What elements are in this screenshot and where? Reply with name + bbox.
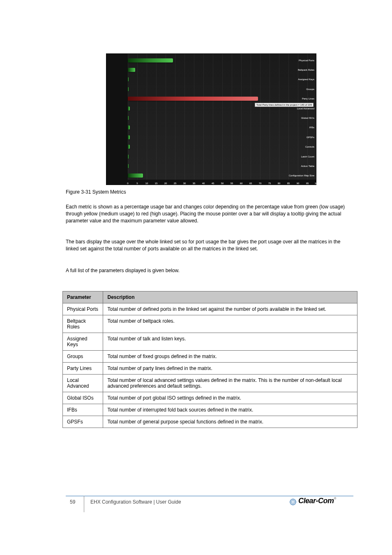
bar-row [128,155,317,159]
bar-row [128,125,317,130]
chart-tooltip: Total Party lines defined in the project… [255,103,314,107]
x-tick-label: 30 [183,182,186,185]
param-cell: IFBs [63,404,103,416]
parameters-table: Parameter Description Physical PortsTota… [62,291,357,428]
x-tick-label: 65 [249,182,252,185]
param-cell: Local Advanced [63,375,103,392]
desc-cell: Total number of talk and listen keys. [103,333,357,351]
bar [128,87,129,91]
body-paragraph: A full list of the parameters displayed … [66,267,353,274]
table-row: Global ISOsTotal number of port global I… [63,392,357,404]
x-tick-label: 90 [297,182,300,185]
clear-com-logo: Clear-Com® [289,497,343,509]
bar [128,155,129,159]
bar [128,106,130,111]
bar-row [128,77,317,81]
bar [128,116,129,120]
param-cell: Groups [63,351,103,363]
x-tick-label: 50 [221,182,224,185]
x-tick-label: 25 [174,182,177,185]
bar [128,173,143,178]
desc-cell: Total number of defined ports in the lin… [103,303,357,315]
bar-row [128,87,317,91]
bar-row [128,164,317,168]
table-header: Description [103,291,357,303]
footer-title: EHX Configuration Software | User Guide [90,499,181,505]
body-paragraph: The bars display the usage over the whol… [66,238,353,252]
svg-point-1 [290,501,296,503]
x-tick-label: 5 [136,182,138,185]
bar-row [128,135,317,139]
table-row: GPSFsTotal number of general purpose spe… [63,416,357,428]
x-tick-label: 0 [127,182,128,185]
svg-point-0 [290,499,296,505]
bar-row [128,173,317,178]
x-tick-label: 20 [164,182,167,185]
bar [128,135,130,139]
table-row: Party LinesTotal number of party lines d… [63,363,357,375]
x-tick-label: 80 [278,182,281,185]
bar-row [128,97,317,101]
body-paragraph: Each metric is shown as a percentage usa… [66,204,353,224]
bar [128,145,130,149]
x-tick-label: 10 [145,182,148,185]
globe-icon [289,498,297,506]
page-number: 59 [70,499,75,505]
param-cell: Beltpack Roles [63,315,103,333]
bar-row [128,116,317,120]
param-cell: GPSFs [63,416,103,428]
x-tick-label: 40 [202,182,205,185]
x-tick-label: 45 [212,182,214,185]
table-row: GroupsTotal number of fixed groups defin… [63,351,357,363]
bar [128,164,129,168]
x-tick-label: 15 [155,182,158,185]
bar-row [128,145,317,149]
x-axis: 0510152025303540455055606570758085909510… [128,180,316,185]
footer-divider [84,496,84,512]
param-cell: Assigned Keys [63,333,103,351]
bar [128,97,258,101]
bar [128,125,130,130]
x-tick-label: 75 [268,182,271,185]
figure-caption: Figure 3-31 System Metrics [66,189,329,195]
table-row: Physical PortsTotal number of defined po… [63,303,357,315]
bar [128,77,129,81]
param-cell: Party Lines [63,363,103,375]
desc-cell: Total number of general purpose special … [103,416,357,428]
bar-row [128,68,317,72]
x-tick-label: 100 [315,182,319,185]
footer-rule [66,496,353,496]
table-row: Beltpack RolesTotal number of beltpack r… [63,315,357,333]
system-metrics-chart: 0510152025303540455055606570758085909510… [106,53,316,185]
table-row: Assigned KeysTotal number of talk and li… [63,333,357,351]
x-tick-label: 95 [306,182,309,185]
x-tick-label: 70 [259,182,262,185]
bar [128,68,135,72]
svg-point-2 [292,499,294,505]
table-header-row: Parameter Description [63,291,357,303]
desc-cell: Total number of fixed groups defined in … [103,351,357,363]
x-tick-label: 60 [240,182,243,185]
x-tick-label: 55 [231,182,233,185]
param-cell: Global ISOs [63,392,103,404]
table-header: Parameter [63,291,103,303]
table-row: IFBsTotal number of interrupted fold bac… [63,404,357,416]
desc-cell: Total number of port global ISO settings… [103,392,357,404]
desc-cell: Total number of interrupted fold back so… [103,404,357,416]
bar-row [128,58,317,62]
desc-cell: Total number of beltpack roles. [103,315,357,333]
desc-cell: Total number of local advanced settings … [103,375,357,392]
logo-text: Clear-Com® [298,497,336,505]
bar [128,58,173,62]
x-tick-label: 35 [193,182,196,185]
x-tick-label: 85 [287,182,290,185]
gridline [317,54,317,180]
param-cell: Physical Ports [63,303,103,315]
desc-cell: Total number of party lines defined in t… [103,363,357,375]
table-row: Local AdvancedTotal number of local adva… [63,375,357,392]
